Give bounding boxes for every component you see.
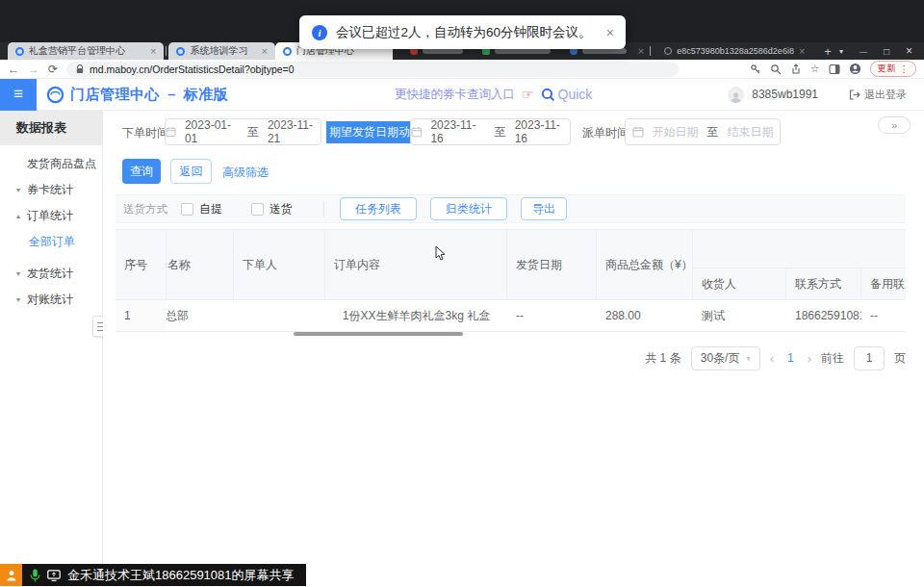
taskbar-person-tile[interactable]	[0, 564, 22, 586]
profile-icon[interactable]	[849, 63, 861, 75]
minimize-button[interactable]: —	[860, 47, 867, 56]
expand-filters-button[interactable]: »	[878, 116, 911, 134]
sidebar-item-shipping-inventory[interactable]: 发货商品盘点	[0, 151, 102, 177]
table-header: 序号 名称 下单人 订单内容 发货日期 商品总金额（¥） 收货人 联系方式 备用…	[116, 229, 906, 300]
goto-page-input[interactable]: 1	[854, 346, 885, 370]
side-panel-icon[interactable]	[829, 64, 840, 75]
toast-message: 会议已超过2人，自动转为60分钟限时会议。	[336, 24, 592, 41]
pointing-hand-icon: ☞	[522, 87, 534, 102]
browser-tab-hash[interactable]: e8c573980b1328a2586d2e6i8 ×	[656, 42, 812, 60]
advanced-filter-link[interactable]: 高级筛选	[222, 165, 269, 181]
export-button[interactable]: 导出	[521, 197, 567, 220]
dispatch-time-label: 派单时间	[582, 125, 629, 141]
toast-close-icon[interactable]: ×	[606, 24, 615, 40]
close-window-button[interactable]: ×	[906, 44, 912, 58]
expected-ship-date-range-input[interactable]: 2023-11-16 至 2023-11-16	[410, 118, 571, 145]
order-time-label: 下单时间	[122, 125, 168, 141]
quick-label: Quick	[558, 87, 593, 102]
back-button[interactable]: 返回	[170, 159, 212, 184]
col-header-backup-contact: 备用联系方	[861, 268, 906, 299]
dispatch-time-range-input[interactable]: 开始日期 至 结束日期	[625, 118, 781, 145]
calendar-icon	[166, 126, 176, 138]
task-list-button[interactable]: 任务列表	[340, 197, 417, 220]
sidebar-item-reconciliation-stats[interactable]: ▾ 对账统计	[0, 287, 102, 313]
sidebar-item-coupon-stats[interactable]: ▾ 券卡统计	[0, 177, 102, 203]
col-header-content: 订单内容	[325, 230, 507, 299]
cell-contact: 18662591081	[786, 300, 861, 331]
page-size-select[interactable]: 30条/页 ▾	[691, 346, 760, 370]
double-chevron-right-icon: »	[891, 119, 897, 131]
user-area: 8385wb1991 退出登录	[728, 87, 907, 103]
checkbox-icon[interactable]	[251, 203, 264, 216]
cell-name-text: 总部	[167, 308, 189, 324]
query-button[interactable]: 查询	[122, 159, 161, 184]
back-icon[interactable]: ←	[8, 64, 19, 75]
browser-tab-training[interactable]: 系统培训学习 ×	[168, 42, 274, 60]
start-date-placeholder: 开始日期	[653, 124, 699, 140]
end-date: 2023-11-21	[268, 118, 321, 145]
kebab-menu-icon[interactable]: ⋮	[900, 64, 910, 74]
category-stats-label: 归类统计	[446, 201, 492, 217]
new-tab-button[interactable]: +	[816, 44, 839, 59]
tab-favicon	[176, 47, 185, 56]
promo-entry[interactable]: 更快捷的券卡查询入口 ☞ Quick	[395, 87, 592, 103]
table-toolbar: 送货方式 自提 送货 任务列表 归类统计 导出	[116, 194, 906, 223]
current-page[interactable]: 1	[783, 351, 798, 365]
range-separator: 至	[247, 124, 259, 140]
forward-icon[interactable]: →	[28, 64, 39, 75]
app-logo-icon	[46, 86, 64, 104]
logout-button[interactable]: 退出登录	[849, 88, 907, 102]
quick-search-entry[interactable]: Quick	[541, 87, 593, 102]
url-bar[interactable]: md.maboy.cn/OrderStatisticsDetail?objtyp…	[66, 62, 679, 77]
cell-index: 1	[116, 300, 167, 331]
microphone-icon	[30, 569, 40, 582]
range-separator: 至	[707, 124, 719, 140]
pagination: 共 1 条 30条/页 ▾ ‹ 1 › 前往 1 页	[116, 345, 906, 371]
tab-close-icon[interactable]: ×	[638, 45, 644, 57]
sidebar-item-all-orders-active[interactable]: 全部订单	[0, 229, 102, 255]
chrome-update-button[interactable]: 更新 ⋮	[870, 61, 917, 77]
sidebar-item-order-stats[interactable]: ▴ 订单统计	[0, 203, 102, 229]
hamburger-icon: ≡	[13, 85, 23, 104]
order-time-range-input[interactable]: 2023-01-01 至 2023-11-21	[165, 118, 321, 145]
tab-close-icon[interactable]: ×	[261, 45, 267, 57]
tab-close-icon[interactable]: ×	[799, 45, 805, 57]
col-header-ship-date: 发货日期	[507, 230, 597, 299]
delivery-label: 送货	[270, 201, 293, 217]
person-icon	[6, 570, 17, 581]
share-status: 金禾通技术王斌18662591081的屏幕共享	[22, 564, 306, 586]
sidebar-item-label: 发货统计	[27, 266, 73, 282]
toolbar-divider	[323, 201, 324, 217]
window-controls: ▾ — □ ×	[839, 42, 924, 60]
col-header-name: 名称	[167, 230, 234, 299]
table-row[interactable]: 1 总部 1份XX生鲜羊肉礼盒3kg 礼盒 -- 288.00 测试 18662…	[116, 300, 906, 332]
col-header-name-text: 名称	[167, 257, 191, 273]
chevron-up-icon: ▴	[16, 212, 27, 220]
checkbox-icon[interactable]	[181, 203, 193, 216]
cell-receiver: 测试	[693, 300, 786, 331]
tab-search-chevron-icon[interactable]: ▾	[839, 47, 843, 56]
promo-text: 更快捷的券卡查询入口	[395, 87, 515, 103]
tab-favicon	[15, 47, 24, 56]
range-separator: 至	[495, 124, 506, 140]
chevron-down-icon: ▾	[16, 295, 27, 304]
category-stats-button[interactable]: 归类统计	[430, 197, 507, 220]
share-icon[interactable]	[790, 64, 802, 75]
reload-icon[interactable]: ⟳	[48, 64, 58, 75]
horizontal-scrollbar-thumb[interactable]	[294, 332, 463, 336]
prev-page-button[interactable]: ‹	[770, 351, 774, 366]
delivery-checkbox[interactable]: 送货	[251, 201, 293, 217]
maximize-button[interactable]: □	[884, 46, 889, 57]
app-title: 门店管理中心 － 标准版	[70, 86, 228, 104]
sidebar-item-shipping-stats[interactable]: ▾ 发货统计	[0, 261, 102, 287]
pickup-checkbox[interactable]: 自提	[181, 201, 222, 217]
bookmark-star-icon[interactable]: ☆	[810, 63, 820, 75]
end-date: 2023-11-16	[515, 118, 570, 145]
key-icon[interactable]	[750, 64, 761, 75]
browser-tab-gift-platform[interactable]: 礼盒营销平台管理中心 ×	[8, 42, 164, 60]
zoom-icon[interactable]	[770, 64, 782, 75]
tab-close-icon[interactable]: ×	[150, 45, 156, 57]
share-text: 金禾通技术王斌18662591081的屏幕共享	[67, 567, 295, 584]
sidebar-collapse-button[interactable]: ≡	[0, 79, 37, 111]
next-page-button[interactable]: ›	[808, 351, 811, 366]
